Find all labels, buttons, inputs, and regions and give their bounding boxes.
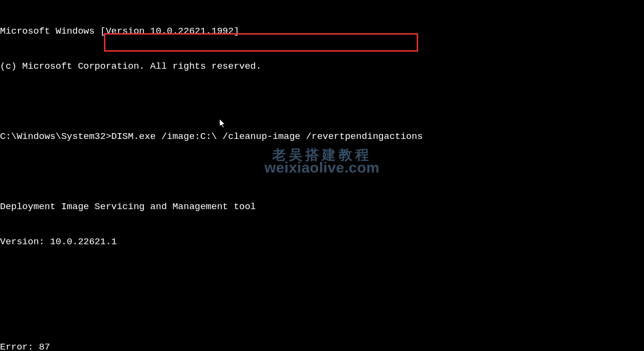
tool-title: Deployment Image Servicing and Managemen… bbox=[0, 201, 644, 213]
entered-command: DISM.exe /image:C:\ /cleanup-image /reve… bbox=[111, 131, 423, 142]
blank-line bbox=[0, 166, 644, 177]
blank-line bbox=[0, 306, 644, 318]
banner-version: Microsoft Windows [Version 10.0.22621.19… bbox=[0, 25, 644, 37]
tool-version: Version: 10.0.22621.1 bbox=[0, 236, 644, 248]
command-line-1: C:\Windows\System32>DISM.exe /image:C:\ … bbox=[0, 131, 644, 142]
blank-line bbox=[0, 271, 644, 283]
terminal-window[interactable]: Microsoft Windows [Version 10.0.22621.19… bbox=[0, 0, 644, 351]
error-code: Error: 87 bbox=[0, 341, 644, 351]
prompt-1: C:\Windows\System32> bbox=[0, 131, 111, 142]
blank-line bbox=[0, 96, 644, 107]
banner-copyright: (c) Microsoft Corporation. All rights re… bbox=[0, 60, 644, 72]
